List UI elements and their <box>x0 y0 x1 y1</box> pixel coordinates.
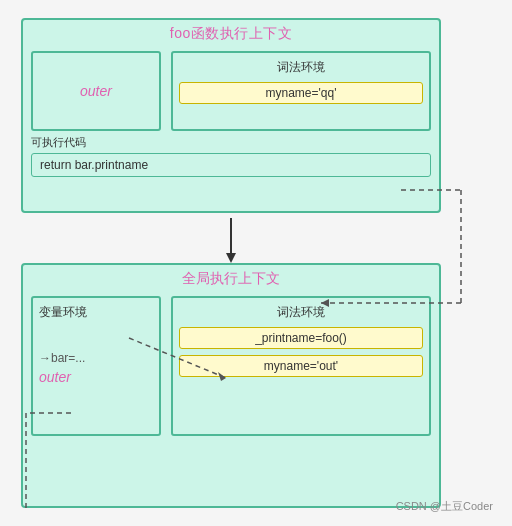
global-var-env-box: 变量环境 →bar=... outer <box>31 296 161 436</box>
global-lex-env-box: 词法环境 _printname=foo() myname='out' <box>171 296 431 436</box>
global-lex-entry-2: myname='out' <box>179 355 423 377</box>
global-bar-arrow: →bar=... <box>39 351 153 365</box>
svg-marker-5 <box>226 253 236 263</box>
global-inner-row: 变量环境 →bar=... outer 词法环境 _printname=foo(… <box>31 296 431 436</box>
foo-lex-env-title: 词法环境 <box>179 59 423 76</box>
foo-var-env-box: outer <box>31 51 161 131</box>
global-lex-env-title: 词法环境 <box>179 304 423 321</box>
foo-lex-env-box: 词法环境 myname='qq' <box>171 51 431 131</box>
global-context-box: 全局执行上下文 变量环境 →bar=... outer 词法环境 _printn… <box>21 263 441 508</box>
global-var-env-title: 变量环境 <box>39 304 153 321</box>
watermark: CSDN @土豆Coder <box>396 499 493 514</box>
global-outer-label: outer <box>39 369 153 385</box>
foo-inner-row: outer 词法环境 myname='qq' <box>31 51 431 131</box>
diagram-wrapper: foo函数执行上下文 outer 词法环境 myname='qq' 可执行代码 … <box>11 8 501 518</box>
exec-code-label: 可执行代码 <box>31 135 431 150</box>
foo-outer-label: outer <box>80 83 112 99</box>
foo-context-title: foo函数执行上下文 <box>23 20 439 47</box>
foo-lex-entry-1: myname='qq' <box>179 82 423 104</box>
global-context-title: 全局执行上下文 <box>23 265 439 292</box>
exec-code-text: return bar.printname <box>40 158 148 172</box>
global-lex-entry-1: _printname=foo() <box>179 327 423 349</box>
foo-context-box: foo函数执行上下文 outer 词法环境 myname='qq' 可执行代码 … <box>21 18 441 213</box>
